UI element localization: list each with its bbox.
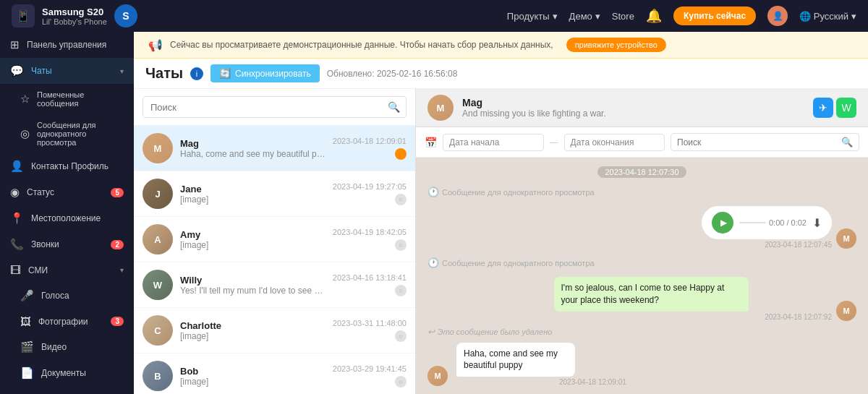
page-title: Чаты: [145, 65, 183, 82]
one-time-icon: 🕐: [427, 187, 439, 197]
status-badge: 5: [111, 188, 124, 197]
list-item[interactable]: C Charlotte [image] 2023-03-31 11:48:00 …: [134, 308, 415, 354]
sidebar-item-label: Сообщения для однократного просмотра: [37, 121, 124, 147]
page-header: Чаты i 🔄 Синхронизировать Обновлено: 202…: [134, 59, 868, 89]
sidebar: ⊞ Панель управления 💬 Чаты ▾ ☆ Помеченны…: [0, 32, 134, 394]
sidebar-item-video[interactable]: 🎬 Видео: [0, 334, 134, 360]
chevron-down-icon: ▾: [120, 67, 124, 75]
message-row: 🕐 Сообщение для однократного просмотра: [427, 254, 856, 271]
banner-text: Сейчас вы просматриваете демонстрационны…: [170, 40, 553, 50]
date-start-picker[interactable]: Дата начала: [443, 134, 544, 151]
sidebar-item-location[interactable]: 📍 Местоположение: [0, 205, 134, 231]
calls-icon: 📞: [10, 238, 24, 251]
sync-icon: 🔄: [219, 68, 231, 79]
chat-info: Charlotte [image]: [180, 320, 326, 341]
chat-badge: ○: [395, 376, 407, 387]
sync-button[interactable]: 🔄 Синхронизировать: [210, 64, 320, 82]
bell-icon[interactable]: 🔔: [646, 8, 662, 24]
sidebar-item-label: Видео: [41, 342, 124, 352]
photos-badge: 3: [111, 317, 124, 326]
message-bubble-container: I'm so jealous, can I come to see Happy …: [554, 277, 833, 321]
chat-info: Mag Haha, come and see my beautiful pupp…: [180, 138, 326, 159]
chat-badge: ○: [395, 330, 407, 342]
sidebar-item-photos[interactable]: 🖼 Фотографии 3: [0, 309, 134, 334]
list-item[interactable]: A Amy [image] 2023-04-19 18:42:05 ○: [134, 217, 415, 262]
dashboard-icon: ⊞: [10, 38, 20, 51]
docs-icon: 📄: [20, 367, 34, 380]
message-bubble: Haha, come and see my beautiful puppy: [456, 343, 575, 377]
whatsapp-icon: W: [836, 98, 856, 118]
time-label: 2023-04-18 12:07:30: [427, 165, 856, 178]
deleted-icon: ↩: [427, 327, 435, 337]
message-search-input[interactable]: [677, 137, 841, 147]
sidebar-item-capture[interactable]: 📷 Захват состояния: [0, 386, 134, 394]
chat-name: Charlotte: [180, 320, 326, 331]
buy-button[interactable]: Купить сейчас: [673, 7, 756, 25]
sidebar-item-voice[interactable]: 🎤 Голоса: [0, 283, 134, 309]
detail-contact-name: Mag: [462, 97, 606, 108]
sidebar-item-contacts[interactable]: 👤 Контакты Профиль: [0, 153, 134, 179]
date-end-picker[interactable]: Дата окончания: [564, 134, 665, 151]
sidebar-item-smi[interactable]: 🎞 СМИ ▾: [0, 257, 134, 283]
telegram-icon: ✈: [813, 98, 833, 118]
message-time: 2023-04-18 12:07:92: [554, 313, 833, 321]
user-avatar[interactable]: 👤: [767, 6, 788, 26]
chats-icon: 💬: [10, 64, 24, 77]
list-item[interactable]: M Mag Haha, come and see my beautiful pu…: [134, 126, 415, 171]
list-item[interactable]: B Bob [image] 2023-03-29 19:41:45 ○: [134, 354, 415, 394]
chat-preview: [image]: [180, 331, 326, 341]
message-search-box: 🔍: [671, 133, 859, 151]
lang-selector[interactable]: 🌐 Русский ▾: [799, 11, 856, 22]
nav-demo[interactable]: Демо ▾: [569, 11, 600, 22]
sidebar-item-docs[interactable]: 📄 Документы: [0, 360, 134, 386]
sidebar-item-label: Чаты: [31, 66, 113, 76]
message-row: ▶ 0:00 / 0:02 ⬇ 2023-04-18: [427, 206, 856, 249]
play-button[interactable]: ▶: [712, 212, 733, 234]
sidebar-item-bookmarks[interactable]: ☆ Помеченные сообщения: [0, 84, 134, 114]
photos-icon: 🖼: [20, 315, 31, 327]
search-box: 🔍: [134, 89, 415, 126]
sidebar-item-chats[interactable]: 💬 Чаты ▾: [0, 58, 134, 84]
main-layout: ⊞ Панель управления 💬 Чаты ▾ ☆ Помеченны…: [0, 32, 868, 394]
chat-time: 2023-04-19 19:27:05: [333, 182, 407, 191]
sidebar-item-label: Документы: [41, 368, 124, 378]
chat-list: M Mag Haha, come and see my beautiful pu…: [134, 126, 415, 394]
sidebar-item-onetime[interactable]: ◎ Сообщения для однократного просмотра: [0, 114, 134, 153]
chat-meta: 2023-04-16 13:18:41 ○: [333, 273, 407, 296]
search-input[interactable]: [143, 98, 382, 117]
sidebar-item-calls[interactable]: 📞 Звонки 2: [0, 231, 134, 257]
chat-preview: Haha, come and see my beautiful puppy: [180, 149, 326, 159]
info-icon[interactable]: i: [190, 67, 203, 80]
sidebar-item-label: Контакты Профиль: [31, 161, 124, 171]
nav-store[interactable]: Store: [612, 11, 634, 22]
video-icon: 🎬: [20, 341, 34, 354]
connect-device-button[interactable]: привяжите устройство: [566, 38, 666, 52]
chat-preview: [image]: [180, 194, 326, 205]
search-button[interactable]: 🔍: [382, 97, 406, 117]
voice-icon: 🎤: [20, 289, 34, 302]
content-area: 📢 Сейчас вы просматриваете демонстрацион…: [134, 32, 868, 394]
list-item[interactable]: W Willy Yes! I'll tell my mum I'd love t…: [134, 262, 415, 308]
app-logo: S: [114, 4, 137, 27]
detail-contact-preview: And missing you is like fighting a war.: [462, 108, 606, 119]
list-item[interactable]: J Jane [image] 2023-04-19 19:27:05 ○: [134, 171, 415, 217]
detail-avatar: M: [427, 95, 454, 121]
nav-products[interactable]: Продукты ▾: [507, 11, 558, 22]
chat-meta: 2023-04-19 18:42:05 ○: [333, 228, 407, 251]
download-icon[interactable]: ⬇: [812, 216, 822, 230]
sidebar-item-status[interactable]: ◉ Статус 5: [0, 179, 134, 205]
avatar: C: [142, 315, 173, 346]
chat-time: 2023-03-31 11:48:00: [333, 319, 407, 327]
bookmark-icon: ☆: [20, 93, 30, 106]
avatar: B: [142, 361, 173, 391]
message-bubble: I'm so jealous, can I come to see Happy …: [554, 277, 749, 312]
location-icon: 📍: [10, 212, 24, 225]
message-search-button[interactable]: 🔍: [841, 137, 853, 147]
message-row: ↩ Это сообщение было удалено: [427, 327, 856, 337]
deleted-message: ↩ Это сообщение было удалено: [427, 327, 552, 337]
sidebar-item-dashboard[interactable]: ⊞ Панель управления: [0, 32, 134, 58]
chat-badge: ○: [395, 239, 407, 251]
device-name: Samsung S20: [42, 7, 107, 17]
chat-name: Amy: [180, 229, 326, 240]
filter-row: 📅 Дата начала — Дата окончания 🔍: [416, 127, 868, 158]
